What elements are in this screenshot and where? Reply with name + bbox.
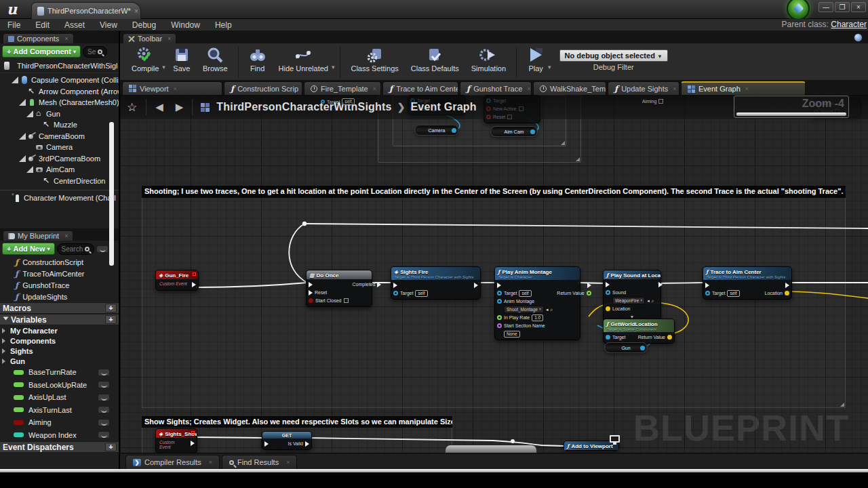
tab-trace-to-aim-cente[interactable]: ƒTrace to Aim Cente×	[382, 81, 458, 95]
close-icon[interactable]: ×	[209, 459, 212, 466]
do-once-node[interactable]: ▦Do OnceResetStart ClosedCompleted	[306, 270, 372, 307]
close-icon[interactable]: ×	[174, 85, 177, 92]
function-gunshottrace[interactable]: ƒGunshotTrace	[0, 279, 119, 291]
components-search-input[interactable]: Se	[83, 46, 107, 58]
pin-exec-out[interactable]	[658, 282, 663, 287]
use-selected-icon[interactable]: ◂	[647, 298, 650, 304]
variable-category-my-character[interactable]: My Character	[0, 325, 119, 336]
window-document-tab[interactable]: ThirdPersonCharacterW* ×	[31, 2, 141, 19]
pin-exec-in[interactable]	[705, 283, 709, 288]
my-blueprint-panel-tab[interactable]: My Blueprint×	[3, 230, 73, 241]
variable-baseturnrate[interactable]: BaseTurnRate	[0, 366, 119, 379]
aimcam-var-pill[interactable]: Aim Cam	[490, 126, 538, 137]
variables-section-header[interactable]: Variables +	[0, 314, 119, 325]
browse-asset-icon[interactable]: ⌕	[652, 298, 654, 304]
pin-exec-out[interactable]	[587, 283, 591, 288]
class-settings-button[interactable]: Class Settings	[344, 45, 404, 73]
resize-handle[interactable]	[576, 157, 580, 161]
partial-node-bottom[interactable]	[445, 445, 537, 453]
expand-arrow-icon[interactable]	[12, 77, 18, 83]
visibility-toggle-icon[interactable]	[98, 394, 110, 401]
pin-obj-in[interactable]	[393, 291, 398, 296]
add-macro-button[interactable]: +	[105, 304, 117, 312]
close-icon[interactable]: ×	[286, 459, 290, 466]
pin-exec-in[interactable]	[264, 441, 269, 447]
close-icon[interactable]: ×	[64, 232, 68, 239]
pin-obj-in[interactable]	[497, 291, 502, 296]
pin-obj-in[interactable]	[497, 299, 502, 304]
pin-exec-in[interactable]	[393, 283, 397, 288]
get-world-location-node[interactable]: ƒGetWorldLocationTarget is Scene Compone…	[603, 319, 675, 344]
visibility-toggle-icon[interactable]	[98, 431, 110, 439]
variable-baselookuprate[interactable]: BaseLookUpRate	[0, 379, 119, 392]
toolbar-tab[interactable]: Toolbar×	[123, 33, 176, 43]
tab-compiler-results[interactable]: ❯Compiler Results×	[125, 455, 220, 469]
tree-item-aimcam[interactable]: AimCam	[0, 164, 119, 176]
play-sound-at-location-node[interactable]: ƒPlay Sound at LocationSoundWeaponFire▾◂…	[603, 270, 661, 321]
close-icon[interactable]: ×	[167, 35, 171, 42]
menu-edit[interactable]: Edit	[28, 20, 57, 30]
dropdown-caret-icon[interactable]: ▾	[548, 64, 551, 70]
pin-exec-out[interactable]	[785, 283, 789, 288]
expand-arrow-icon[interactable]	[26, 166, 33, 173]
comment-shooting-header[interactable]: Shooting; I use two traces, One to get a…	[142, 186, 846, 198]
expand-arrow-icon[interactable]	[2, 328, 8, 333]
tab-close-icon[interactable]: ×	[134, 7, 138, 15]
tree-item-cameraboom[interactable]: CameraBoom	[0, 131, 119, 142]
camera-var-pill[interactable]: Camera	[414, 125, 459, 136]
value-input[interactable]: 1.0	[532, 314, 543, 321]
pin-float-in[interactable]	[497, 315, 502, 320]
expand-arrow-icon[interactable]	[2, 338, 8, 344]
simulation-button[interactable]: Simulation	[465, 45, 512, 73]
gun-var-pill[interactable]: Gun	[604, 342, 648, 353]
debug-object-dropdown[interactable]: No debug object selected ▼	[559, 49, 668, 62]
close-icon[interactable]: ×	[527, 85, 530, 92]
components-panel-tab[interactable]: Components×	[3, 33, 74, 43]
tree-item-centerdirection[interactable]: CenterDirection	[0, 176, 119, 187]
function-updatesights[interactable]: ƒUpdateSights	[0, 291, 119, 302]
menu-debug[interactable]: Debug	[125, 20, 163, 30]
pin-exec-out[interactable]	[192, 282, 196, 287]
maximize-button[interactable]: ❐	[835, 2, 850, 12]
visibility-toggle-icon[interactable]	[98, 381, 110, 388]
compile-button[interactable]: Compile	[125, 45, 165, 73]
tab-construction-scrip[interactable]: ƒConstruction Scrip×	[224, 81, 302, 95]
dropdown-caret-icon[interactable]: ▾	[162, 64, 165, 70]
variable-category-gun[interactable]: Gun	[0, 356, 119, 366]
browse-asset-icon[interactable]: ⌕	[550, 307, 553, 312]
function-tracetoaimcenter[interactable]: ƒTraceToAimCenter	[0, 268, 119, 279]
pin-vec-in[interactable]	[606, 306, 610, 311]
asset-dropdown[interactable]: WeaponFire▾	[612, 297, 645, 304]
pin-obj-out[interactable]	[640, 346, 645, 350]
breadcrumb-current[interactable]: Event Graph	[410, 101, 476, 113]
pin-bool-in[interactable]	[309, 298, 313, 303]
resize-handle[interactable]	[840, 403, 844, 407]
function-constructionscript[interactable]: ƒConstructionScript	[0, 256, 119, 268]
tree-item-capsule-component-collis[interactable]: Capsule Component (Collis	[0, 75, 119, 86]
pin-vec-out[interactable]	[785, 291, 789, 296]
pin-exec-out[interactable]	[377, 282, 381, 287]
pin-obj-out[interactable]	[530, 129, 535, 134]
tab-fire-template[interactable]: Fire_Template×	[304, 81, 381, 95]
close-icon[interactable]: ×	[745, 85, 749, 92]
save-button[interactable]: Save	[167, 45, 197, 73]
tab-gunshot-trace[interactable]: ƒGunshot Trace×	[460, 81, 532, 95]
comment-show-sights-header[interactable]: Show Sights; Creates Widget. Also we nee…	[142, 416, 452, 428]
tree-item-arrow-component-arrow[interactable]: Arrow Component (Arrow)	[0, 86, 119, 98]
pin-exec-in[interactable]	[606, 282, 610, 287]
menu-file[interactable]: File	[0, 20, 28, 30]
event-dispatchers-header[interactable]: Event Dispatchers +	[0, 441, 119, 453]
pin-obj-in[interactable]	[606, 290, 610, 295]
pin-name-in[interactable]	[497, 323, 502, 328]
menu-view[interactable]: View	[92, 20, 125, 30]
tab-update-sights[interactable]: ƒUpdate Sights×	[608, 81, 679, 95]
value-input[interactable]: None	[504, 331, 520, 338]
tree-item-camera[interactable]: Camera	[0, 142, 119, 153]
tab-event-graph[interactable]: Event Graph×	[681, 81, 806, 95]
breadcrumb-root[interactable]: ThirdPersonCharacterWithSights	[216, 101, 391, 113]
expand-arrow-icon[interactable]	[19, 155, 26, 162]
reroute-node[interactable]	[511, 439, 515, 443]
expand-arrow-icon[interactable]	[19, 99, 26, 106]
minimize-button[interactable]: —	[818, 2, 833, 12]
variable-weapon-index[interactable]: Weapon Index	[0, 429, 119, 442]
